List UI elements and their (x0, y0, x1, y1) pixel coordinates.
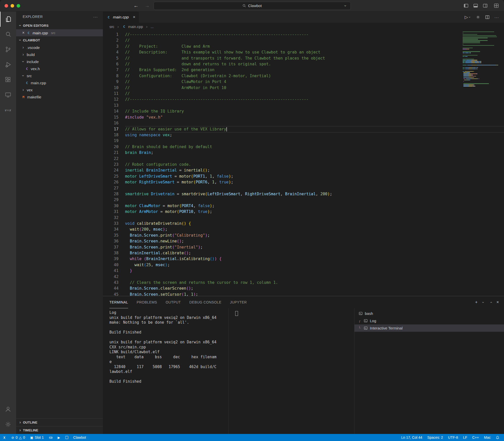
code-line-3[interactable]: 3// Project: Claw and Arm (103, 44, 504, 49)
settings-gear-icon[interactable] (476, 15, 480, 19)
cursor-position[interactable]: Ln 17, Col 44 (399, 434, 425, 441)
mac-maximize-button[interactable] (17, 4, 20, 8)
line-number[interactable]: 1 (103, 32, 125, 38)
tree-file-makefile[interactable]: Mmakefile (16, 93, 103, 100)
forward-button[interactable]: → (145, 3, 150, 9)
activity-accounts[interactable] (0, 402, 16, 417)
activity-search[interactable] (0, 27, 16, 42)
line-number[interactable]: 35 (103, 233, 125, 238)
line-number[interactable]: 27 (103, 185, 125, 191)
code-line-13[interactable]: 13 (103, 103, 504, 108)
code-line-37[interactable]: 37 Brain.Screen.print("Inertial"); (103, 244, 504, 250)
code-line-9[interactable]: 9// ClawMotor in Port 4 (103, 79, 504, 85)
code-line-25[interactable]: 25motor LeftDriveSmart = motor(PORT1, 1,… (103, 174, 504, 179)
line-number[interactable]: 38 (103, 250, 125, 256)
line-number[interactable]: 5 (103, 56, 125, 61)
encoding-indicator[interactable]: UTF-8 (446, 434, 461, 441)
code-line-19[interactable]: 19 (103, 138, 504, 144)
code-line-15[interactable]: 15#include "vex.h" (103, 115, 504, 120)
code-line-22[interactable]: 22 (103, 156, 504, 162)
activity-remote-explorer[interactable] (0, 87, 16, 102)
terminal-log-pane[interactable]: Logunix build for platform vexiq2 on Dar… (103, 308, 229, 434)
line-number[interactable]: 3 (103, 44, 125, 49)
panel-tab-debug-console[interactable]: DEBUG CONSOLE (189, 296, 221, 308)
terminal-item-interactive-terminal[interactable]: └Interactive Terminal (354, 324, 504, 332)
panel-tab-jupyter[interactable]: JUPYTER (230, 296, 247, 308)
tree-folder-src[interactable]: ›src (16, 72, 103, 79)
line-number[interactable]: 14 (103, 108, 125, 114)
line-number[interactable]: 8 (103, 73, 125, 79)
code-line-16[interactable]: 16 (103, 120, 504, 126)
toggle-sidebar-right-button[interactable] (483, 3, 488, 8)
activity-extensions[interactable] (0, 72, 16, 87)
code-line-1[interactable]: 1//-------------------------------------… (103, 32, 504, 38)
eol-indicator[interactable]: LF (461, 434, 470, 441)
new-terminal-button[interactable]: + (475, 300, 478, 305)
line-number[interactable]: 7 (103, 67, 125, 73)
tree-folder-build[interactable]: ›build (16, 51, 103, 58)
code-line-35[interactable]: 35 Brain.Screen.print("Calibrating"); (103, 233, 504, 238)
breadcrumb-main-cpp[interactable]: main.cpp (128, 25, 143, 29)
code-editor[interactable]: 1//-------------------------------------… (103, 31, 504, 296)
outline-section[interactable]: › OUTLINE (16, 418, 103, 426)
line-number[interactable]: 31 (103, 209, 125, 215)
line-number[interactable]: 23 (103, 162, 125, 168)
panel-tab-terminal[interactable]: TERMINAL (109, 296, 128, 308)
code-line-44[interactable]: 44 Brain.Screen.clearScreen(); (103, 286, 504, 291)
code-line-38[interactable]: 38 BrainInertial.calibrate(); (103, 250, 504, 256)
problems-indicator[interactable]: ⊘ 0 △ 0 (9, 434, 28, 441)
command-center[interactable]: Clawbot › (154, 2, 351, 10)
chevron-down-icon[interactable]: › (343, 4, 347, 8)
interactive-terminal-pane[interactable] (229, 308, 354, 434)
activity-run-and-debug[interactable] (0, 57, 16, 72)
line-number[interactable]: 33 (103, 221, 125, 227)
line-number[interactable]: 12 (103, 97, 125, 102)
close-icon[interactable]: × (22, 31, 24, 35)
slot-selector[interactable]: ▣ Slot 1 (28, 434, 46, 441)
code-line-26[interactable]: 26motor RightDriveSmart = motor(PORT6, 1… (103, 179, 504, 185)
project-name[interactable]: Clawbot (71, 434, 89, 441)
split-editor-button[interactable] (485, 15, 490, 19)
code-line-45[interactable]: 45 Brain.Screen.setCursor(1, 1); (103, 292, 504, 296)
chevron-down-icon[interactable]: › (482, 301, 485, 304)
run-file-button[interactable]: ▷ › (465, 15, 471, 20)
line-number[interactable]: 44 (103, 286, 125, 291)
code-line-39[interactable]: 39 while (BrainInertial.isCalibrating())… (103, 256, 504, 262)
more-actions-icon[interactable]: ··· (93, 15, 98, 19)
more-actions-button[interactable]: ··· (494, 15, 499, 19)
line-number[interactable]: 19 (103, 138, 125, 144)
mac-minimize-button[interactable] (11, 4, 14, 8)
line-number[interactable]: 11 (103, 91, 125, 97)
code-line-27[interactable]: 27 (103, 185, 504, 191)
line-number[interactable]: 32 (103, 215, 125, 221)
code-line-12[interactable]: 12//------------------------------------… (103, 97, 504, 102)
line-number[interactable]: 28 (103, 191, 125, 197)
code-line-24[interactable]: 24inertial BrainInertial = inertial(); (103, 168, 504, 173)
code-line-29[interactable]: 29 (103, 197, 504, 203)
tree-folder-include[interactable]: ›include (16, 58, 103, 65)
code-line-31[interactable]: 31motor ArmMotor = motor(PORT10, true); (103, 209, 504, 215)
activity-vex-extension[interactable]: v=x (0, 102, 16, 118)
toggle-sidebar-left-button[interactable] (463, 3, 469, 8)
line-number[interactable]: 4 (103, 49, 125, 55)
toggle-panel-button[interactable] (473, 3, 478, 8)
remote-indicator[interactable] (0, 434, 9, 441)
code-line-6[interactable]: 6// down and returns to its original spo… (103, 61, 504, 67)
line-number[interactable]: 43 (103, 280, 125, 286)
code-line-33[interactable]: 33void calibrateDrivetrain() { (103, 221, 504, 227)
code-line-34[interactable]: 34 wait(200, msec); (103, 227, 504, 232)
activity-source-control[interactable] (0, 42, 16, 57)
line-number[interactable]: 25 (103, 174, 125, 179)
run-program-button[interactable]: ▶ (55, 434, 63, 441)
line-number[interactable]: 29 (103, 197, 125, 203)
code-line-21[interactable]: 21brain Brain; (103, 150, 504, 156)
code-line-2[interactable]: 2// (103, 38, 504, 43)
indent-setting[interactable]: Spaces: 2 (425, 434, 446, 441)
project-header[interactable]: › CLAWBOT (16, 36, 103, 44)
line-number[interactable]: 17 (103, 126, 125, 132)
code-line-30[interactable]: 30motor ClawMotor = motor(PORT4, false); (103, 203, 504, 209)
line-number[interactable]: 18 (103, 132, 125, 138)
line-number[interactable]: 26 (103, 179, 125, 185)
line-number[interactable]: 36 (103, 238, 125, 244)
controller-button[interactable] (46, 434, 55, 441)
